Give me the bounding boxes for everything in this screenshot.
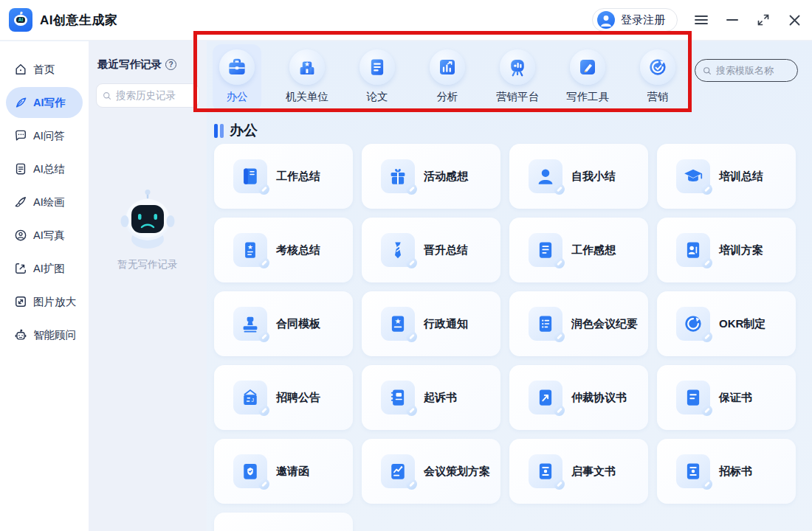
- memo-icon: [534, 239, 557, 261]
- category-tab-label: 营销平台: [496, 90, 539, 104]
- template-card[interactable]: 工作感想: [509, 218, 648, 282]
- template-card-label: 行政通知: [424, 317, 468, 331]
- pencil-badge-icon: [701, 405, 712, 416]
- template-card[interactable]: 培训总结: [657, 144, 796, 209]
- template-card-label: 保证书: [719, 391, 752, 405]
- tie-icon: [387, 239, 409, 261]
- template-card[interactable]: 仲裁协议书: [509, 365, 648, 430]
- template-card[interactable]: 晋升总结: [362, 218, 500, 282]
- chat-icon: [13, 128, 28, 143]
- numdoc-icon: [682, 460, 704, 482]
- section-title: 办公: [230, 121, 258, 140]
- sidebar-item[interactable]: AI绘画: [6, 187, 83, 218]
- category-tab-label: 营销: [647, 90, 669, 104]
- sidebar-item-label: AI写真: [33, 229, 65, 243]
- template-card[interactable]: 考核总结: [214, 218, 353, 282]
- template-card[interactable]: 合同模板: [214, 291, 353, 356]
- sidebar-item[interactable]: 智能顾问: [6, 319, 83, 350]
- template-card[interactable]: 招聘公告: [214, 365, 353, 430]
- main-content: 办公 机关单位 论文 分析: [207, 41, 812, 531]
- template-card[interactable]: 自我小结: [509, 144, 648, 209]
- okr-icon: [682, 313, 704, 335]
- template-card[interactable]: 工作总结: [214, 144, 353, 209]
- home-icon: [13, 62, 28, 77]
- category-tab[interactable]: 办公: [213, 44, 261, 111]
- login-button[interactable]: 登录注册: [592, 8, 678, 32]
- category-tab[interactable]: 营销平台: [493, 44, 542, 111]
- sidebar-item-label: 智能顾问: [33, 328, 76, 342]
- template-card[interactable]: 行政通知: [362, 291, 500, 356]
- sidebar-item[interactable]: 图片放大: [6, 286, 83, 317]
- empty-records-text: 暂无写作记录: [89, 258, 207, 271]
- template-search-input[interactable]: [695, 59, 798, 82]
- category-tab-label: 机关单位: [286, 90, 328, 104]
- sidebar-item-label: AI绘画: [33, 195, 65, 209]
- close-icon[interactable]: [787, 13, 802, 27]
- pencil-badge-icon: [406, 405, 417, 416]
- template-card-label: 自我小结: [571, 170, 616, 184]
- category-tab[interactable]: 论文: [353, 44, 402, 111]
- category-tab-label: 论文: [367, 90, 388, 104]
- pencil-badge-icon: [554, 257, 565, 268]
- template-card[interactable]: 培训方案: [657, 218, 796, 282]
- template-card[interactable]: 招标书: [657, 439, 796, 504]
- book-icon: [239, 165, 261, 187]
- listdoc-icon: [534, 313, 557, 335]
- pencil-badge-icon: [258, 405, 269, 416]
- template-card-partial[interactable]: [214, 513, 353, 531]
- maximize-icon[interactable]: [756, 13, 771, 27]
- sidebar-item[interactable]: 首页: [6, 54, 83, 85]
- category-tab[interactable]: 写作工具: [563, 44, 612, 111]
- briefcase-icon: [226, 56, 248, 78]
- pencil-badge-icon: [258, 331, 269, 342]
- template-card-label: 合同模板: [276, 317, 320, 331]
- template-card-label: 培训方案: [719, 243, 763, 257]
- app-title: AI创意生成家: [40, 12, 118, 29]
- sidebar-item-label: 首页: [33, 63, 55, 77]
- sidebar-item[interactable]: AI总结: [6, 153, 83, 184]
- userdoc-icon: [682, 239, 704, 261]
- pencil-badge-icon: [406, 184, 417, 195]
- chart-icon: [436, 56, 458, 78]
- sidebar-item[interactable]: AI扩图: [6, 253, 83, 284]
- template-card-label: 邀请函: [276, 465, 309, 479]
- category-tab[interactable]: 分析: [423, 44, 472, 111]
- template-card[interactable]: 活动感想: [362, 144, 500, 209]
- sidebar-item-label: AI问答: [33, 129, 65, 143]
- invite-icon: [239, 460, 261, 482]
- pencil-badge-icon: [406, 257, 417, 268]
- sidebar-item[interactable]: AI问答: [6, 120, 83, 151]
- pencil-badge-icon: [701, 331, 712, 342]
- template-card[interactable]: 启事文书: [509, 439, 648, 504]
- pencil-badge-icon: [406, 331, 417, 342]
- badge-icon: [239, 239, 261, 261]
- category-tab-label: 写作工具: [566, 90, 609, 104]
- template-card[interactable]: 润色会议纪要: [509, 291, 648, 356]
- category-tab[interactable]: 营销: [633, 44, 682, 111]
- avatar: [597, 11, 615, 29]
- chartdoc-icon: [387, 460, 409, 482]
- template-card[interactable]: OKR制定: [657, 291, 796, 356]
- minimize-icon[interactable]: [725, 13, 740, 27]
- help-icon[interactable]: ?: [165, 59, 176, 70]
- category-tab[interactable]: 机关单位: [283, 44, 331, 111]
- history-search-input[interactable]: [96, 83, 199, 108]
- template-card-label: 培训总结: [719, 170, 763, 184]
- template-card[interactable]: 起诉书: [362, 365, 500, 430]
- zoomimg-icon: [13, 294, 28, 309]
- sidebar-item[interactable]: AI写真: [6, 220, 83, 251]
- template-card[interactable]: 邀请函: [214, 439, 353, 504]
- sidebar-item[interactable]: AI写作: [6, 87, 83, 118]
- section-marker-icon: [214, 124, 224, 138]
- notebook-icon: [387, 386, 409, 409]
- template-card[interactable]: 会议策划方案: [362, 439, 500, 504]
- template-card[interactable]: 保证书: [657, 365, 796, 430]
- target-icon: [647, 56, 669, 78]
- template-card-label: 晋升总结: [424, 243, 468, 257]
- template-card-label: 启事文书: [571, 465, 616, 479]
- sign-icon: [239, 386, 261, 409]
- menu-icon[interactable]: [694, 13, 709, 27]
- app-logo: AI: [9, 8, 32, 32]
- camuser-icon: [13, 228, 28, 243]
- template-card-label: 工作总结: [276, 170, 320, 184]
